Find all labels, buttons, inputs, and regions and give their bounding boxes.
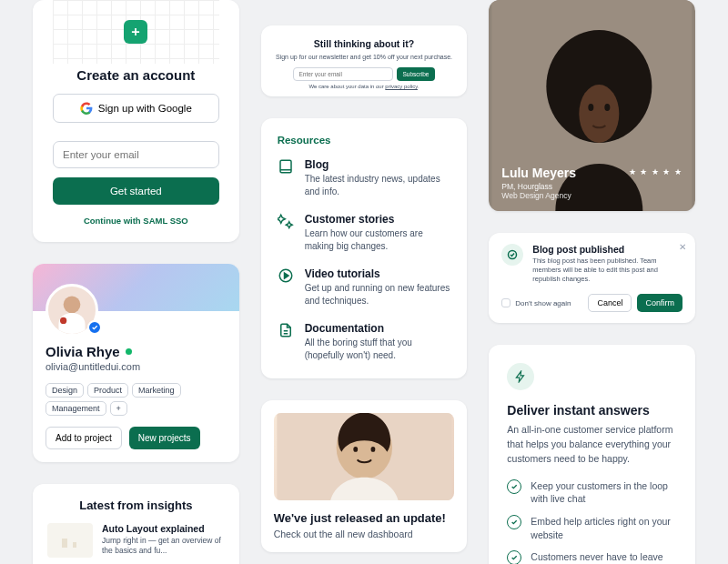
check-circle-icon [507,515,521,529]
answers-title: Deliver instant answers [507,403,677,418]
insight-thumbnail [47,523,93,558]
saml-link[interactable]: Continue with SAML SSO [53,216,219,226]
resource-customer-stories[interactable]: Customer stories Learn how our customers… [278,213,451,253]
signup-title: Create an account [53,67,219,83]
profile-card: Olivia Rhye olivia@untitledui.com Design… [33,264,239,462]
brand-icon [124,20,147,44]
answers-desc: An all-in-one customer service platform … [507,423,677,466]
svg-point-10 [370,447,375,452]
svg-point-14 [589,104,594,111]
testimonial-card: ★ ★ ★ ★ ★ Lulu Meyers PM, Hourglass Web … [489,0,695,211]
zap-icon [507,363,534,390]
google-icon [80,102,93,115]
privacy-policy-link[interactable]: privacy policy [385,84,418,89]
cancel-button[interactable]: Cancel [588,294,632,312]
newsletter-note: We care about your data in our privacy p… [274,84,455,89]
rating-stars-icon: ★ ★ ★ ★ ★ [629,167,682,176]
feature-item: Keep your customers in the loop with liv… [507,479,677,506]
confirm-button[interactable]: Confirm [637,294,682,312]
resource-video-tutorials[interactable]: Video tutorials Get up and running on ne… [278,267,451,307]
dont-show-checkbox[interactable]: Don't show again [501,298,571,307]
verified-badge-icon [87,320,102,335]
svg-rect-2 [56,531,84,549]
testimonial-company: Web Design Agency [501,191,682,200]
list-item[interactable]: Auto Layout explained Jump right in — ge… [47,523,225,558]
tag[interactable]: Product [87,383,128,398]
stars-icon [278,213,294,229]
confirmation-modal: ✕ Blog post published This blog post has… [489,233,695,323]
modal-title: Blog post published [532,244,682,255]
update-card: We've just released an update! Check out… [261,400,468,552]
brand-grid [53,0,219,64]
tag[interactable]: Management [46,401,106,416]
check-circle-icon [507,479,521,494]
get-started-button[interactable]: Get started [53,177,219,205]
insight-item-desc: Jump right in — get an overview of the b… [102,536,225,556]
tag[interactable]: Marketing [132,383,181,398]
close-icon[interactable]: ✕ [679,242,686,252]
update-title: We've just released an update! [274,511,455,525]
online-indicator-icon [126,348,132,355]
feature-item: Embed help articles right on your websit… [507,515,677,541]
svg-rect-4 [73,542,76,548]
google-signup-button[interactable]: Sign up with Google [53,94,219,123]
insight-item-title: Auto Layout explained [102,523,225,534]
add-to-project-button[interactable]: Add to project [46,427,122,449]
resource-blog[interactable]: Blog The latest industry news, updates a… [278,158,451,198]
newsletter-title: Still thinking about it? [274,38,455,49]
modal-desc: This blog post has been published. Team … [532,257,682,283]
file-icon [278,322,294,338]
signup-card: Create an account Sign up with Google Ge… [33,0,239,242]
resources-card: Resources Blog The latest industry news,… [261,118,468,378]
svg-point-1 [60,317,66,324]
resource-documentation[interactable]: Documentation All the boring stuff that … [278,322,451,362]
testimonial-role: PM, Hourglass [501,182,682,191]
newsletter-email-input[interactable] [293,67,393,81]
insights-title: Latest from insights [47,499,225,512]
resources-heading: Resources [278,135,451,146]
newsletter-subtitle: Sign up for our newsletter and get 10% o… [274,54,455,60]
success-icon [501,244,523,266]
tag[interactable]: Design [46,383,84,398]
tag-add[interactable]: + [110,401,127,416]
profile-tags: Design Product Marketing Management + [46,383,227,416]
new-projects-button[interactable]: New projects [129,427,200,449]
svg-point-9 [353,447,358,452]
insights-card: Latest from insights Auto Layout explain… [33,484,239,564]
email-input[interactable] [53,141,219,168]
subscribe-button[interactable]: Subscribe [397,67,436,81]
play-icon [278,267,294,284]
feature-item: Customers never have to leave the page t… [507,550,677,564]
svg-point-15 [605,104,611,111]
answers-card: Deliver instant answers An all-in-one cu… [489,345,695,564]
svg-rect-5 [280,160,291,173]
book-icon [278,158,294,175]
svg-point-13 [580,85,620,143]
newsletter-card: Still thinking about it? Sign up for our… [261,25,468,96]
svg-rect-3 [62,539,67,548]
svg-point-0 [64,296,81,313]
update-desc: Check out the all new dashboard [274,529,455,539]
update-image [274,413,455,500]
checkbox-icon [501,298,511,307]
check-circle-icon [507,550,521,564]
profile-email: olivia@untitledui.com [46,361,227,372]
profile-name: Olivia Rhye [46,344,227,359]
